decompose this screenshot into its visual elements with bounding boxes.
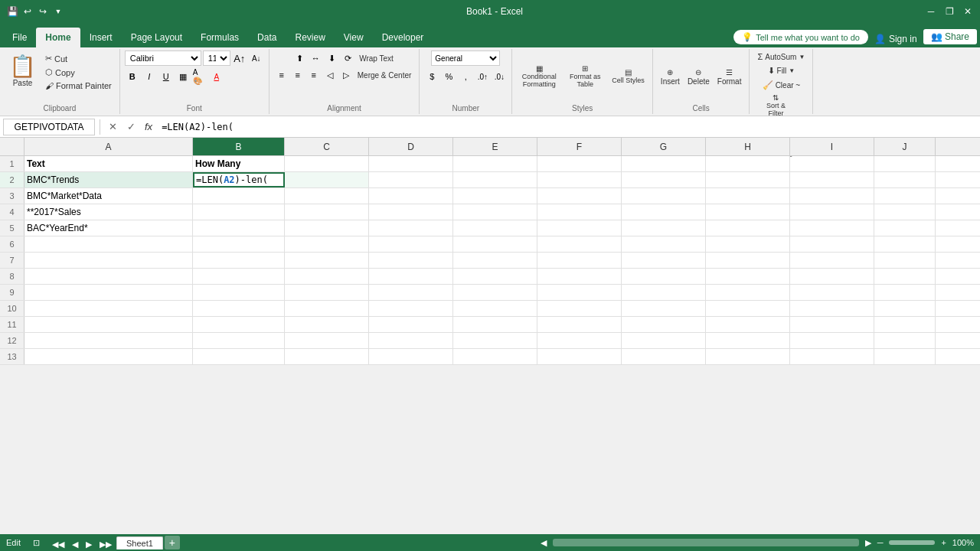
- cell-F1[interactable]: [537, 156, 622, 171]
- cell-B11[interactable]: [193, 317, 285, 332]
- col-header-A[interactable]: A: [24, 138, 193, 155]
- cell-B13[interactable]: [193, 349, 285, 364]
- cell-J2[interactable]: [874, 172, 936, 187]
- cell-C8[interactable]: [285, 269, 369, 284]
- cell-F8[interactable]: [537, 269, 622, 284]
- conditional-formatting-button[interactable]: ▦ Conditional Formatting: [517, 63, 561, 90]
- cell-H2[interactable]: [706, 172, 790, 187]
- cell-F9[interactable]: [537, 285, 622, 300]
- row-number-4[interactable]: 4: [0, 204, 24, 220]
- cell-H6[interactable]: [706, 236, 790, 252]
- cell-E13[interactable]: [453, 349, 537, 364]
- cell-D5[interactable]: [369, 220, 453, 236]
- cell-B8[interactable]: [193, 269, 285, 284]
- align-middle-btn[interactable]: ↔: [308, 51, 323, 66]
- cell-H10[interactable]: [706, 301, 790, 316]
- zoom-in-button[interactable]: +: [941, 538, 946, 547]
- customize-qat-icon[interactable]: ▼: [52, 5, 64, 18]
- scroll-tabs-left[interactable]: ◀◀: [49, 540, 67, 549]
- cell-A5[interactable]: BAC*YearEnd*: [24, 220, 193, 236]
- row-number-3[interactable]: 3: [0, 188, 24, 204]
- cell-E6[interactable]: [453, 236, 537, 252]
- cancel-formula-button[interactable]: ✕: [105, 119, 120, 135]
- cell-H3[interactable]: [706, 188, 790, 204]
- sheet-tab-sheet1[interactable]: Sheet1: [116, 536, 163, 549]
- row-number-11[interactable]: 11: [0, 317, 24, 332]
- cell-E10[interactable]: [453, 301, 537, 316]
- cell-A8[interactable]: [24, 269, 193, 284]
- col-header-D[interactable]: D: [369, 138, 453, 155]
- cell-C6[interactable]: [285, 236, 369, 252]
- row-number-7[interactable]: 7: [0, 253, 24, 268]
- cell-F10[interactable]: [537, 301, 622, 316]
- cell-G12[interactable]: [622, 333, 706, 348]
- cell-C9[interactable]: [285, 285, 369, 300]
- scroll-tabs-right[interactable]: ▶▶: [96, 540, 115, 549]
- cell-H9[interactable]: [706, 285, 790, 300]
- cell-C13[interactable]: [285, 349, 369, 364]
- row-number-6[interactable]: 6: [0, 236, 24, 252]
- fill-button[interactable]: ⬇ Fill ▼: [765, 64, 799, 77]
- cell-A3[interactable]: BMC*Market*Data: [24, 188, 193, 204]
- cell-D10[interactable]: [369, 301, 453, 316]
- cell-A9[interactable]: [24, 285, 193, 300]
- name-box[interactable]: GETPIVOTDATA: [3, 119, 95, 135]
- row-number-2[interactable]: 2: [0, 172, 24, 187]
- autosum-dropdown-icon[interactable]: ▼: [799, 54, 805, 60]
- col-header-B[interactable]: B: [193, 138, 285, 155]
- sign-in-button[interactable]: 👤 Sign in: [874, 34, 917, 44]
- tab-home[interactable]: Home: [36, 28, 80, 47]
- tab-view[interactable]: View: [335, 28, 373, 47]
- italic-button[interactable]: I: [142, 69, 157, 84]
- cell-J9[interactable]: [874, 285, 936, 300]
- cell-G6[interactable]: [622, 236, 706, 252]
- cell-I1[interactable]: [790, 156, 874, 171]
- cell-I5[interactable]: [790, 220, 874, 236]
- indent-increase-btn[interactable]: ▷: [338, 67, 354, 83]
- cell-D11[interactable]: [369, 317, 453, 332]
- fill-dropdown-icon[interactable]: ▼: [789, 67, 795, 74]
- cell-J13[interactable]: [874, 349, 936, 364]
- formula-input[interactable]: [158, 119, 977, 135]
- cell-H8[interactable]: [706, 269, 790, 284]
- align-left-btn[interactable]: ≡: [274, 67, 289, 83]
- tab-insert[interactable]: Insert: [80, 28, 122, 47]
- cell-G11[interactable]: [622, 317, 706, 332]
- cell-J3[interactable]: [874, 188, 936, 204]
- cell-I3[interactable]: [790, 188, 874, 204]
- row-number-1[interactable]: 1: [0, 156, 24, 171]
- cell-E12[interactable]: [453, 333, 537, 348]
- cell-I12[interactable]: [790, 333, 874, 348]
- copy-button[interactable]: ⬡ Copy: [42, 66, 115, 79]
- cell-J12[interactable]: [874, 333, 936, 348]
- cell-G8[interactable]: [622, 269, 706, 284]
- cell-E7[interactable]: [453, 253, 537, 268]
- format-as-table-button[interactable]: ⊞ Format as Table: [563, 63, 607, 90]
- cell-H1[interactable]: [706, 156, 790, 171]
- cell-C10[interactable]: [285, 301, 369, 316]
- cell-styles-button[interactable]: ▤ Cell Styles: [609, 67, 648, 86]
- cell-G7[interactable]: [622, 253, 706, 268]
- cell-E11[interactable]: [453, 317, 537, 332]
- cell-G3[interactable]: [622, 188, 706, 204]
- align-top-btn[interactable]: ⬆: [292, 51, 307, 66]
- cell-E4[interactable]: [453, 204, 537, 220]
- row-number-13[interactable]: 13: [0, 349, 24, 364]
- cell-J5[interactable]: [874, 220, 936, 236]
- decrease-font-btn[interactable]: A↓: [249, 51, 264, 66]
- format-painter-button[interactable]: 🖌 Format Painter: [42, 80, 115, 92]
- cell-D9[interactable]: [369, 285, 453, 300]
- row-number-12[interactable]: 12: [0, 333, 24, 348]
- zoom-out-button[interactable]: ─: [877, 538, 884, 547]
- cell-B9[interactable]: [193, 285, 285, 300]
- cell-B12[interactable]: [193, 333, 285, 348]
- col-header-J[interactable]: J: [874, 138, 936, 155]
- cell-H13[interactable]: [706, 349, 790, 364]
- cell-E2[interactable]: [453, 172, 537, 187]
- cell-A6[interactable]: [24, 236, 193, 252]
- font-size-select[interactable]: 11: [203, 51, 230, 66]
- restore-icon[interactable]: ❐: [943, 5, 956, 18]
- cell-D8[interactable]: [369, 269, 453, 284]
- cell-B1[interactable]: How Many: [193, 156, 285, 171]
- cell-A13[interactable]: [24, 349, 193, 364]
